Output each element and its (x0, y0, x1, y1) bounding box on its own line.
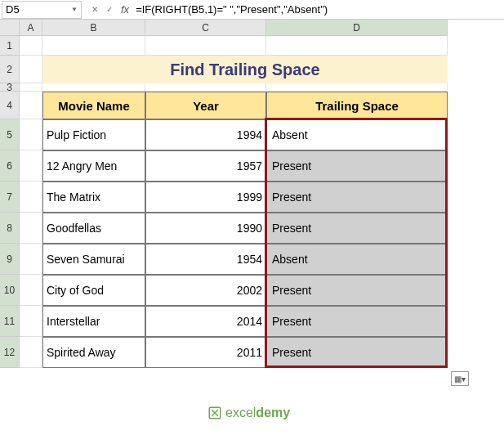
cell-b9[interactable]: Seven Samurai (42, 244, 145, 275)
row-header-1[interactable]: 1 (0, 36, 20, 56)
cell-b7[interactable]: The Matrix (42, 182, 145, 213)
cell-d5[interactable]: Absent (266, 119, 448, 150)
cell-c10[interactable]: 2002 (145, 275, 266, 306)
cell-a1[interactable] (20, 36, 42, 56)
row-header-10[interactable]: 10 (0, 275, 20, 306)
cancel-icon[interactable]: ✕ (88, 5, 101, 14)
logo-brand: excel (225, 406, 256, 419)
cell-d9[interactable]: Absent (266, 244, 448, 275)
cell-b1[interactable] (42, 36, 145, 56)
row-header-9[interactable]: 9 (0, 244, 20, 275)
cell-a11[interactable] (20, 306, 42, 337)
autofill-options-icon: ▦▾ (454, 374, 466, 383)
name-box-value: D5 (6, 3, 20, 16)
exceldemy-logo: exceldemy (207, 406, 290, 420)
cell-c8[interactable]: 1990 (145, 213, 266, 244)
cell-c9[interactable]: 1954 (145, 244, 266, 275)
row-header-6[interactable]: 6 (0, 150, 20, 182)
logo-icon (207, 406, 222, 420)
formula-bar-icons: ✕ ✓ (83, 5, 121, 14)
logo-text: exceldemy (225, 406, 290, 420)
cell-b11[interactable]: Interstellar (42, 306, 145, 337)
cell-c7[interactable]: 1999 (145, 182, 266, 213)
select-all-corner[interactable] (0, 20, 20, 36)
cells-area[interactable]: Find Trailing Space Movie Name Year Trai… (20, 36, 504, 368)
cell-c11[interactable]: 2014 (145, 306, 266, 337)
row-header-5[interactable]: 5 (0, 119, 20, 150)
row-headers: 1 2 3 4 5 6 7 8 9 10 11 12 (0, 36, 20, 368)
cell-c6[interactable]: 1957 (145, 150, 266, 182)
logo-suffix: demy (256, 406, 290, 419)
row-header-12[interactable]: 12 (0, 337, 20, 368)
header-movie-name[interactable]: Movie Name (42, 92, 145, 119)
cell-c3[interactable] (145, 83, 266, 92)
formula-input[interactable]: =IF(RIGHT(B5,1)=" ","Present","Absent") (134, 3, 504, 16)
row-header-7[interactable]: 7 (0, 182, 20, 213)
row-header-8[interactable]: 8 (0, 213, 20, 244)
cell-a3[interactable] (20, 83, 42, 92)
cell-d11[interactable]: Present (266, 306, 448, 337)
header-trailing-space[interactable]: Trailing Space (266, 92, 448, 119)
row-header-4[interactable]: 4 (0, 92, 20, 119)
enter-icon[interactable]: ✓ (103, 5, 116, 14)
cell-b12[interactable]: Spirited Away (42, 337, 145, 368)
cell-a5[interactable] (20, 119, 42, 150)
formula-bar-row: D5 ▼ ✕ ✓ fx =IF(RIGHT(B5,1)=" ","Present… (0, 0, 504, 20)
cell-d12[interactable]: Present (266, 337, 448, 368)
cell-b8[interactable]: Goodfellas (42, 213, 145, 244)
cell-d7[interactable]: Present (266, 182, 448, 213)
cell-a12[interactable] (20, 337, 42, 368)
cell-a4[interactable] (20, 92, 42, 119)
title-cell[interactable]: Find Trailing Space (42, 56, 448, 83)
cell-c1[interactable] (145, 36, 266, 56)
header-year[interactable]: Year (145, 92, 266, 119)
cell-a2[interactable] (20, 56, 42, 83)
spreadsheet-grid: A B C D 1 2 3 4 5 6 7 8 9 10 11 12 (0, 20, 504, 368)
col-header-d[interactable]: D (266, 20, 448, 36)
row-header-2[interactable]: 2 (0, 56, 20, 83)
cell-b3[interactable] (42, 83, 145, 92)
cell-c5[interactable]: 1994 (145, 119, 266, 150)
fx-icon[interactable]: fx (121, 3, 134, 16)
cell-a7[interactable] (20, 182, 42, 213)
cell-d6[interactable]: Present (266, 150, 448, 182)
name-box[interactable]: D5 ▼ (2, 1, 82, 19)
cell-b10[interactable]: City of God (42, 275, 145, 306)
cell-c12[interactable]: 2011 (145, 337, 266, 368)
cell-a8[interactable] (20, 213, 42, 244)
autofill-options-button[interactable]: ▦▾ (451, 371, 469, 386)
cell-b6[interactable]: 12 Angry Men (42, 150, 145, 182)
cell-b5[interactable]: Pulp Fiction (42, 119, 145, 150)
cell-d10[interactable]: Present (266, 275, 448, 306)
cell-d8[interactable]: Present (266, 213, 448, 244)
cell-d1[interactable] (266, 36, 448, 56)
col-header-a[interactable]: A (20, 20, 42, 36)
cell-a10[interactable] (20, 275, 42, 306)
chevron-down-icon[interactable]: ▼ (71, 6, 78, 13)
cell-a6[interactable] (20, 150, 42, 182)
col-header-b[interactable]: B (42, 20, 145, 36)
row-header-3[interactable]: 3 (0, 83, 20, 92)
col-header-c[interactable]: C (145, 20, 266, 36)
row-header-11[interactable]: 11 (0, 306, 20, 337)
column-headers: A B C D (0, 20, 504, 36)
cell-d3[interactable] (266, 83, 448, 92)
cell-a9[interactable] (20, 244, 42, 275)
